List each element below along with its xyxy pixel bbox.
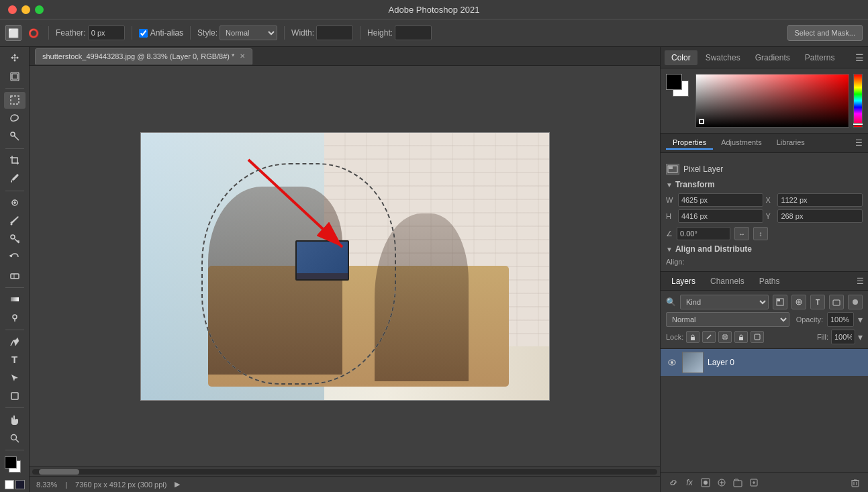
layers-panel-menu-icon[interactable]: ☰: [857, 277, 864, 286]
angle-input[interactable]: [677, 227, 730, 240]
tool-dodge[interactable]: [4, 309, 26, 326]
tab-channels[interactable]: Channels: [704, 275, 751, 288]
tool-spot-heal[interactable]: [4, 195, 26, 211]
fg-color-swatch[interactable]: [666, 74, 682, 90]
tab-layers[interactable]: Layers: [665, 275, 702, 288]
anti-alias-checkbox[interactable]: [139, 29, 148, 38]
minimize-button[interactable]: [21, 5, 30, 14]
flip-vertical-btn[interactable]: ↕: [753, 227, 768, 240]
color-gradient-picker[interactable]: [695, 74, 849, 128]
opacity-input[interactable]: [827, 312, 854, 327]
tool-eraser[interactable]: [4, 267, 26, 284]
lock-all-btn[interactable]: [734, 331, 748, 343]
anti-alias-checkbox-label[interactable]: Anti-alias: [139, 28, 183, 38]
align-collapse-arrow[interactable]: ▼: [666, 246, 673, 253]
tool-rect-marquee[interactable]: [4, 92, 26, 109]
tool-history-brush[interactable]: [4, 249, 26, 266]
opacity-dropdown-arrow[interactable]: ▾: [858, 314, 863, 325]
status-arrow[interactable]: ▶: [175, 480, 180, 489]
tab-patterns[interactable]: Patterns: [798, 50, 842, 65]
tool-hand[interactable]: [4, 411, 26, 428]
new-fill-layer-btn[interactable]: [714, 475, 729, 490]
select-mask-btn[interactable]: Select and Mask...: [787, 25, 863, 41]
filter-smart-btn[interactable]: [848, 295, 863, 309]
tool-pen[interactable]: [4, 333, 26, 350]
transform-collapse-arrow[interactable]: ▼: [666, 181, 673, 189]
link-layers-btn[interactable]: [666, 475, 681, 490]
fill-dropdown-arrow[interactable]: ▾: [858, 332, 863, 342]
transform-inputs: W X: [666, 193, 863, 207]
tab-libraries[interactable]: Libraries: [770, 136, 812, 150]
delete-layer-btn[interactable]: [848, 475, 863, 490]
width-transform-input[interactable]: [678, 193, 763, 207]
photo-layer: [141, 133, 549, 400]
svg-rect-18: [777, 299, 780, 301]
filter-pixel-btn[interactable]: [773, 295, 787, 309]
elliptical-marquee-tool-btn[interactable]: ⭕: [26, 25, 42, 41]
flip-horizontal-btn[interactable]: ↔: [734, 227, 749, 240]
tool-zoom[interactable]: [4, 430, 26, 446]
add-mask-btn[interactable]: [698, 475, 713, 490]
hue-strip[interactable]: [853, 74, 863, 128]
tool-eyedropper[interactable]: [4, 170, 26, 187]
canvas-h-scrollbar[interactable]: [30, 466, 660, 476]
tool-artboard[interactable]: [4, 68, 26, 85]
tab-swatches[interactable]: Swatches: [699, 50, 747, 65]
x-transform-input[interactable]: [777, 193, 863, 207]
tool-brush[interactable]: [4, 213, 26, 230]
tool-lasso[interactable]: [4, 110, 26, 127]
svg-rect-32: [852, 481, 859, 487]
color-panel-menu-icon[interactable]: ☰: [855, 52, 864, 63]
tool-move[interactable]: [4, 50, 26, 66]
height-transform-input[interactable]: [678, 209, 763, 223]
tab-color[interactable]: Color: [665, 50, 697, 65]
layer-item-layer0[interactable]: Layer 0: [661, 349, 868, 376]
tool-magic-wand[interactable]: [4, 128, 26, 145]
lock-artboard-btn[interactable]: [751, 331, 764, 343]
filter-shape-btn[interactable]: [829, 295, 844, 309]
tool-shape[interactable]: [4, 387, 26, 404]
canvas-scroll-area[interactable]: [30, 66, 660, 466]
style-select[interactable]: Normal Fixed Ratio Fixed Size: [220, 26, 277, 40]
tab-properties[interactable]: Properties: [666, 136, 713, 150]
lock-paint-btn[interactable]: [702, 331, 716, 343]
blend-mode-select[interactable]: Normal Multiply Screen Overlay: [666, 312, 789, 327]
tab-adjustments[interactable]: Adjustments: [714, 136, 769, 150]
quick-mask-btn[interactable]: [5, 480, 14, 489]
h-scroll-thumb[interactable]: [39, 469, 79, 475]
tool-path-select[interactable]: [4, 369, 26, 386]
tool-type[interactable]: T: [4, 351, 26, 368]
fg-bg-color-switcher[interactable]: [5, 456, 25, 475]
filter-kind-select[interactable]: Kind Name Effect: [680, 295, 769, 309]
tab-paths[interactable]: Paths: [753, 275, 787, 288]
tool-crop[interactable]: [4, 152, 26, 169]
y-transform-input[interactable]: [777, 209, 863, 223]
fill-input[interactable]: [831, 330, 855, 344]
tool-clone-stamp[interactable]: [4, 231, 26, 248]
layer-visibility-toggle[interactable]: [666, 356, 678, 368]
document-tab[interactable]: shutterstock_499443283.jpg @ 8.33% (Laye…: [35, 48, 252, 64]
close-button[interactable]: [8, 5, 17, 14]
maximize-button[interactable]: [35, 5, 44, 14]
rect-marquee-tool-btn[interactable]: ⬜: [5, 25, 21, 41]
feather-input[interactable]: [88, 26, 125, 40]
filter-type-btn[interactable]: T: [810, 295, 825, 309]
new-layer-btn[interactable]: [746, 475, 761, 490]
h-scroll-track[interactable]: [32, 469, 657, 475]
height-input[interactable]: [395, 26, 432, 40]
lock-transform-btn[interactable]: [718, 331, 732, 343]
tab-close-btn[interactable]: ✕: [240, 52, 245, 60]
properties-panel-menu-icon[interactable]: ☰: [855, 138, 863, 148]
tool-gradient[interactable]: [4, 291, 26, 308]
color-fg-bg-swatches[interactable]: [666, 74, 691, 103]
new-group-btn[interactable]: [730, 475, 745, 490]
screen-mode-btn[interactable]: [15, 480, 25, 489]
lock-pixels-btn[interactable]: [686, 331, 700, 343]
svg-point-26: [671, 361, 673, 364]
fx-btn[interactable]: fx: [682, 475, 697, 490]
tab-gradients[interactable]: Gradients: [749, 50, 797, 65]
filter-adjustment-btn[interactable]: [791, 295, 806, 309]
width-label: Width:: [291, 28, 314, 38]
width-input[interactable]: [316, 26, 353, 40]
foreground-color-swatch[interactable]: [5, 456, 17, 469]
